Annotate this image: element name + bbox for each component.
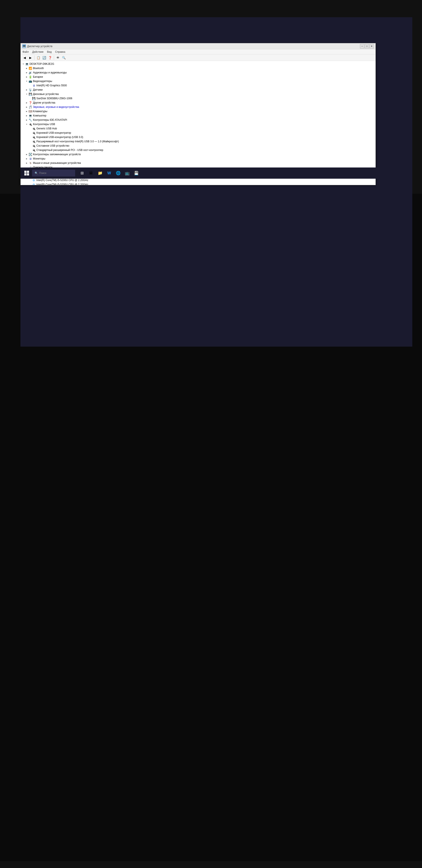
tree-item-ide[interactable]: 🔧 Контроллеры IDE ATA/ATAPI — [21, 118, 375, 122]
toggle-keyboard[interactable] — [25, 110, 28, 113]
taskbar-app-word[interactable]: W — [105, 169, 114, 177]
scan-button[interactable]: 🔍 — [61, 55, 66, 60]
tree-container[interactable]: 💻 DESKTOP-D9KJE2G 📶 Bluetooth 🔊 Аудиовхо… — [21, 61, 375, 185]
show-hidden-button[interactable]: 👁 — [55, 55, 60, 60]
menu-view[interactable]: Вид — [47, 51, 52, 53]
taskbar-app-task-view[interactable]: ⊞ — [78, 169, 86, 177]
tree-item-monitors[interactable]: 🖥 Мониторы — [21, 156, 375, 161]
tree-item-bluetooth[interactable]: 📶 Bluetooth — [21, 66, 375, 70]
icon-usb-hub: 🔌 — [32, 127, 36, 130]
toggle-bluetooth[interactable] — [25, 66, 28, 70]
label-disk: Дисковые устройства — [33, 93, 59, 96]
icon-computer: 💻 — [25, 62, 29, 66]
toggle-ide[interactable] — [25, 118, 28, 122]
tree-item-cpu2[interactable]: ⚙ Intel(R) Core(TM) i5-5200U CPU @ 2.20G… — [21, 182, 375, 185]
icon-usb-compound: 🔌 — [32, 144, 36, 148]
tree-item-other[interactable]: ❓ Другие устройства — [21, 100, 375, 105]
tree-item-keyboard[interactable]: ⌨ Клавиатуры — [21, 109, 375, 114]
tree-item-usb-root1[interactable]: 🔌 Корневой USB-концентратор — [21, 131, 375, 135]
icon-battery: 🔋 — [28, 75, 32, 79]
tree-item-mice[interactable]: 🖱 Мыши и иные указывающие устройства — [21, 161, 375, 165]
tree-item-usb-pci[interactable]: 🔌 Стандартный расширенный PCI - USB хост… — [21, 148, 375, 152]
device-manager-window: 💻 Диспетчер устройств ─ □ ✕ Файл Действи… — [21, 43, 376, 185]
toggle-computer[interactable] — [25, 114, 28, 117]
toggle-usb-hub — [28, 127, 32, 130]
icon-cpu2: ⚙ — [32, 183, 36, 185]
icon-cpu1: ⚙ — [32, 179, 36, 182]
toggle-root[interactable] — [22, 62, 25, 66]
search-placeholder: Поиск — [39, 172, 46, 175]
icon-disk: 💾 — [28, 92, 32, 96]
tree-item-usb-hub[interactable]: 🔌 Generic USB Hub — [21, 126, 375, 131]
maximize-button[interactable]: □ — [365, 44, 369, 49]
label-usb-compound: Составное USB устройство — [36, 144, 69, 147]
taskbar-app-storage[interactable]: 💾 — [132, 169, 141, 177]
tree-item-storage[interactable]: 💽 Контроллеры запоминающих устройств — [21, 152, 375, 156]
taskbar-app-chrome[interactable]: 🌐 — [114, 169, 122, 177]
tree-item-disk[interactable]: 💾 Дисковые устройства — [21, 92, 375, 96]
back-button[interactable]: ◀ — [22, 55, 27, 60]
tree-item-computer[interactable]: 💻 Компьютер — [21, 114, 375, 118]
label-usb-intel: Расширяемый хост-контроллер Intel(R) USB… — [36, 140, 119, 143]
toggle-sensors[interactable] — [25, 88, 28, 92]
taskbar-app-city[interactable]: 🏛 — [87, 169, 95, 177]
toggle-battery[interactable] — [25, 75, 28, 79]
tree-item-audio[interactable]: 🔊 Аудиовходы и аудиовыходы — [21, 70, 375, 75]
tree-item-usb[interactable]: 🔌 Контроллеры USB — [21, 122, 375, 126]
toggle-intel-graphics — [28, 84, 32, 87]
tree-item-sensors[interactable]: 📡 Датчики — [21, 88, 375, 92]
tree-item-sound[interactable]: 🎵 Звуковые, игровые и видеоустройства — [21, 105, 375, 109]
toggle-video[interactable] — [25, 80, 28, 83]
tree-item-usb-root2[interactable]: 🔌 Корневой USB-концентратор (USB 3.0) — [21, 135, 375, 139]
label-sensors: Датчики — [33, 88, 42, 91]
toggle-other[interactable] — [25, 101, 28, 104]
toggle-monitors[interactable] — [25, 157, 28, 160]
label-usb: Контроллеры USB — [33, 123, 55, 126]
forward-button[interactable]: ▶ — [28, 55, 33, 60]
search-box[interactable]: 🔍 Поиск — [32, 169, 75, 177]
toggle-usb[interactable] — [25, 123, 28, 126]
windows-icon-tr — [27, 171, 29, 173]
taskbar: 🔍 Поиск ⊞ 🏛 📁 W 🌐 📺 💾 — [21, 167, 412, 179]
menu-action[interactable]: Действие — [32, 51, 44, 53]
label-storage: Контроллеры запоминающих устройств — [33, 153, 81, 156]
tree-item-usb-intel[interactable]: 🔌 Расширяемый хост-контроллер Intel(R) U… — [21, 139, 375, 144]
toggle-usb-pci — [28, 148, 32, 152]
toggle-sandisk — [28, 97, 32, 100]
toggle-audio[interactable] — [25, 71, 28, 74]
tree-item-usb-compound[interactable]: 🔌 Составное USB устройство — [21, 144, 375, 148]
icon-computer2: 💻 — [28, 114, 32, 117]
start-button[interactable] — [22, 168, 31, 178]
minimize-button[interactable]: ─ — [360, 44, 364, 49]
tree-item-video[interactable]: 📺 Видеоадаптеры — [21, 79, 375, 83]
icon-keyboard: ⌨ — [28, 110, 32, 113]
taskbar-app-file-explorer[interactable]: 📁 — [96, 169, 104, 177]
toggle-mice[interactable] — [25, 161, 28, 165]
icon-usb-root2: 🔌 — [32, 135, 36, 139]
icon-usb-intel: 🔌 — [32, 140, 36, 143]
update-button[interactable]: 🔄 — [41, 55, 47, 60]
label-monitors: Мониторы — [33, 157, 45, 160]
icon-storage: 💽 — [28, 153, 32, 156]
toggle-disk[interactable] — [25, 92, 28, 96]
toggle-sound[interactable] — [25, 105, 28, 109]
properties-button[interactable]: 📋 — [36, 55, 41, 60]
menu-file[interactable]: Файл — [22, 51, 29, 53]
help-button[interactable]: ❓ — [48, 55, 53, 60]
tree-item-battery[interactable]: 🔋 Батареи — [21, 75, 375, 79]
toggle-cpu2 — [28, 183, 32, 185]
tree-item-intel-graphics[interactable]: 🖥 Intel(R) HD Graphics 5500 — [21, 83, 375, 88]
tree-item-sandisk[interactable]: 💾 SanDisk SD8SB8U-256G-1006 — [21, 96, 375, 100]
toggle-storage[interactable] — [25, 153, 28, 156]
label-video: Видеоадаптеры — [33, 80, 52, 83]
close-button[interactable]: ✕ — [369, 44, 374, 49]
toggle-usb-root2 — [28, 135, 32, 139]
tree-item-root[interactable]: 💻 DESKTOP-D9KJE2G — [21, 62, 375, 66]
taskbar-app-monitor[interactable]: 📺 — [123, 169, 131, 177]
windows-icon-br — [27, 173, 29, 176]
toolbar: ◀ ▶ 📋 🔄 ❓ 👁 🔍 — [21, 55, 375, 61]
label-usb-root2: Корневой USB-концентратор (USB 3.0) — [36, 135, 83, 138]
tree-item-cpu1[interactable]: ⚙ Intel(R) Core(TM) i5-5200U CPU @ 2.20G… — [21, 178, 375, 182]
menu-help[interactable]: Справка — [55, 51, 65, 53]
label-mice: Мыши и иные указывающие устройства — [33, 161, 81, 164]
